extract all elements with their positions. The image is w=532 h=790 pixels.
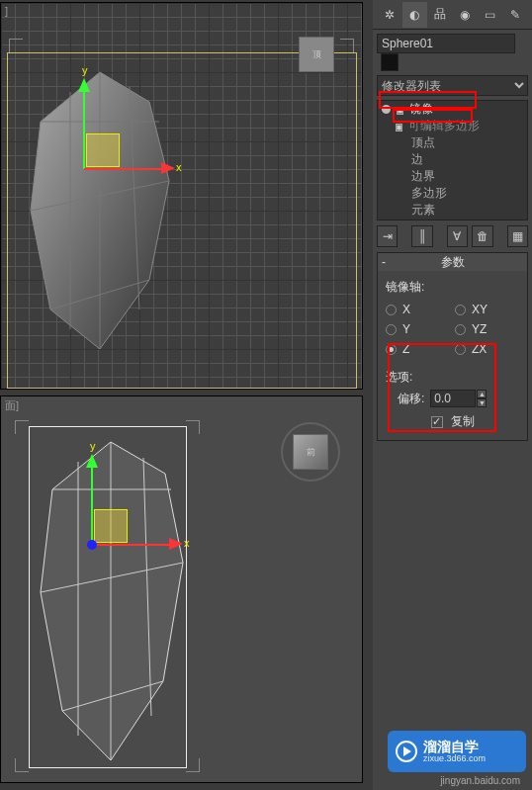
stack-sub-polygon[interactable]: 多边形: [378, 185, 527, 202]
watermark-badge: 溜溜自学 zixue.3d66.com: [388, 731, 526, 772]
modify-tab[interactable]: ◐: [402, 2, 428, 28]
stack-item-editable-poly[interactable]: ▣ 可编辑多边形: [378, 118, 527, 134]
radio-y-label: Y: [402, 322, 410, 336]
command-panel-tabs: ✲ ◐ 品 ◉ ▭ ✎: [373, 0, 532, 30]
rollout-header[interactable]: - 参数: [378, 253, 527, 271]
show-end-result-button[interactable]: ║: [411, 225, 432, 247]
axis-y-label: y: [90, 440, 96, 452]
spinner-up[interactable]: ▲: [477, 390, 487, 398]
model-head-perspective[interactable]: [17, 434, 205, 770]
object-name-row: [377, 34, 528, 71]
options-label: 选项:: [386, 369, 519, 386]
axis-y-label: y: [82, 64, 88, 76]
offset-input[interactable]: [430, 390, 476, 407]
model-head-top[interactable]: [1, 62, 199, 359]
modifier-stack[interactable]: ▣ 镜像 ▣ 可编辑多边形 顶点 边 边界 多边形 元素: [377, 100, 528, 220]
hierarchy-tab[interactable]: 品: [427, 2, 453, 28]
radio-xy[interactable]: [455, 305, 466, 315]
play-icon: [396, 741, 417, 762]
radio-zx[interactable]: [455, 344, 466, 355]
axis-x-label: x: [184, 537, 190, 549]
configure-button[interactable]: ▦: [507, 225, 528, 247]
create-tab[interactable]: ✲: [377, 2, 402, 28]
pin-stack-button[interactable]: ⇥: [377, 225, 398, 247]
offset-spinner[interactable]: ▲▼: [430, 390, 487, 407]
viewports-area: ] y x: [0, 0, 373, 790]
object-color-swatch[interactable]: [381, 53, 399, 71]
motion-tab[interactable]: ◉: [453, 2, 479, 28]
viewcube-face[interactable]: 前: [293, 434, 328, 470]
radio-zx-label: ZX: [472, 342, 487, 356]
viewport-orthographic-top[interactable]: ] y x: [0, 2, 363, 390]
stack-label: 镜像: [409, 101, 433, 118]
stack-label: 可编辑多边形: [408, 118, 480, 134]
viewcube[interactable]: 顶: [291, 29, 342, 80]
radio-x-label: X: [402, 303, 410, 316]
expand-icon[interactable]: ▣: [397, 103, 403, 117]
radio-z[interactable]: [386, 344, 397, 355]
rollout-title: 参数: [441, 254, 465, 271]
radio-xy-label: XY: [472, 303, 488, 316]
watermark-brand: 溜溜自学: [423, 740, 486, 753]
object-name-input[interactable]: [377, 34, 515, 53]
stack-sub-border[interactable]: 边界: [378, 168, 527, 185]
watermark-url: jingyan.baidu.com: [440, 775, 520, 786]
remove-modifier-button[interactable]: 🗑: [472, 225, 492, 247]
expand-icon[interactable]: ▣: [396, 120, 402, 133]
viewport-perspective[interactable]: 面] y x 前: [0, 395, 363, 783]
viewport-label: ]: [5, 5, 8, 17]
stack-sub-vertex[interactable]: 顶点: [378, 134, 527, 151]
stack-tools-row: ⇥ ║ ∀ 🗑 ▦: [377, 225, 528, 247]
command-panel: ✲ ◐ 品 ◉ ▭ ✎ 修改器列表 ▣ 镜像 ▣ 可编辑多边形 顶点 边 边界 …: [373, 0, 532, 790]
utilities-tab[interactable]: ✎: [503, 2, 529, 28]
collapse-icon[interactable]: -: [382, 255, 386, 269]
copy-label: 复制: [451, 413, 475, 430]
parameters-rollout: - 参数 镜像轴: X XY Y: [377, 252, 528, 441]
radio-y[interactable]: [386, 324, 397, 335]
radio-yz[interactable]: [455, 324, 466, 335]
stack-sub-element[interactable]: 元素: [378, 202, 527, 219]
watermark-sub: zixue.3d66.com: [423, 753, 486, 764]
modifier-list-dropdown[interactable]: 修改器列表: [377, 75, 528, 96]
display-tab[interactable]: ▭: [478, 2, 503, 28]
mirror-axis-label: 镜像轴:: [386, 279, 519, 296]
radio-yz-label: YZ: [472, 322, 487, 336]
spinner-down[interactable]: ▼: [477, 398, 487, 407]
stack-item-mirror[interactable]: ▣ 镜像: [378, 101, 527, 118]
viewcube-face[interactable]: 顶: [299, 37, 334, 72]
offset-label: 偏移:: [398, 391, 424, 407]
lightbulb-icon[interactable]: [382, 105, 391, 114]
viewcube[interactable]: 前: [285, 426, 336, 478]
make-unique-button[interactable]: ∀: [447, 225, 468, 247]
radio-x[interactable]: [386, 305, 397, 315]
viewport-label: 面]: [5, 398, 19, 413]
axis-x-label: x: [176, 161, 182, 173]
copy-checkbox[interactable]: [431, 416, 443, 428]
stack-sub-edge[interactable]: 边: [378, 151, 527, 168]
radio-z-label: Z: [402, 342, 409, 356]
